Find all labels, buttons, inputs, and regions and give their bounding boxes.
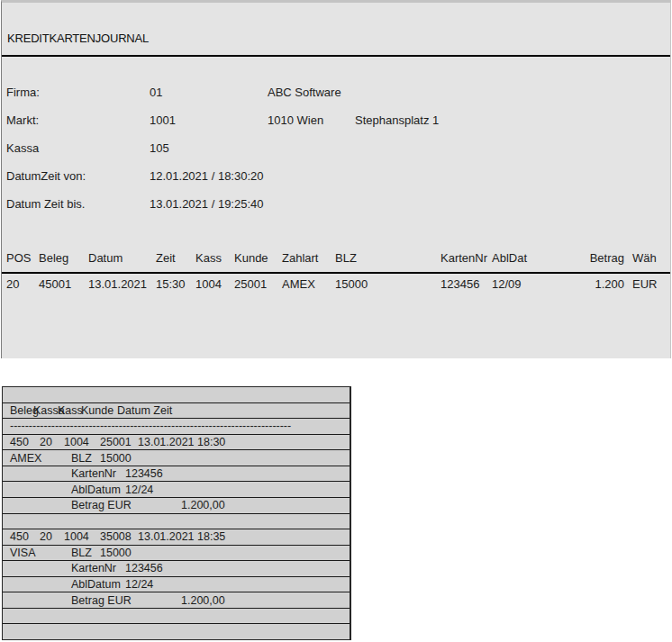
entry-zahlart: VISA xyxy=(10,547,36,559)
journal-col-datumzeit: Datum Zeit xyxy=(117,405,172,417)
entry-kunde: 35008 xyxy=(100,531,132,543)
cell-zahlart: AMEX xyxy=(282,277,315,291)
entry-blz-label: BLZ xyxy=(71,452,92,464)
entry-blz: 15000 xyxy=(100,452,132,464)
field-row-datumzeit-bis: Datum Zeit bis. 13.01.2021 / 19:25:40 xyxy=(2,197,670,212)
entry-datumzeit: 13.01.2021 18:30 xyxy=(138,437,225,448)
journal-entry-1-abldatum: AblDatum 12/24 xyxy=(3,482,350,498)
field-row-firma: Firma: 01 ABC Software xyxy=(2,86,670,100)
cell-blz: 15000 xyxy=(335,277,368,291)
dashed-divider: ----------------------------------------… xyxy=(10,420,291,432)
pos-table-data-row: 20 45001 13.01.2021 15:30 1004 25001 AME… xyxy=(2,277,670,292)
col-header-beleg: Beleg xyxy=(39,251,68,265)
cell-datum: 13.01.2021 xyxy=(88,277,147,291)
journal-row-empty xyxy=(3,609,350,625)
field-value: 13.01.2021 / 19:25:40 xyxy=(150,197,264,211)
entry-kass: 1004 xyxy=(64,437,89,448)
journal-entry-1-zahlart: AMEX BLZ 15000 xyxy=(3,450,350,466)
col-header-pos: POS xyxy=(6,251,31,265)
col-header-datum: Datum xyxy=(88,251,123,265)
field-value-2: ABC Software xyxy=(268,86,341,99)
cell-pos: 20 xyxy=(6,277,19,291)
entry-kartennr-label: KartenNr xyxy=(71,563,116,574)
cell-kartennr: 123456 xyxy=(440,277,479,291)
journal-row-empty xyxy=(3,514,350,530)
entry-abldatum-label: AblDatum xyxy=(71,484,121,495)
entry-kartennr: 123456 xyxy=(125,468,163,480)
field-value: 1001 xyxy=(150,113,176,127)
col-header-zahlart: Zahlart xyxy=(282,251,318,265)
cell-zeit: 15:30 xyxy=(156,277,186,291)
col-header-blz: BLZ xyxy=(335,251,357,265)
journal-entry-1-betrag: Betrag EUR 1.200,00 xyxy=(3,498,350,514)
journal-entry-1-kartennr: KartenNr 123456 xyxy=(3,466,350,483)
cell-betrag: 1.200 xyxy=(549,277,624,291)
field-value: 01 xyxy=(150,86,162,99)
journal-entry-2-zahlart: VISA BLZ 15000 xyxy=(3,546,350,562)
journal-row-empty xyxy=(3,624,350,639)
field-label: DatumZeit von: xyxy=(6,169,86,183)
col-header-kartennr: KartenNr xyxy=(440,251,487,265)
table-header-divider-line xyxy=(2,272,670,274)
field-row-kassa: Kassa 105 xyxy=(2,141,670,156)
entry-betrag: 1.200,00 xyxy=(181,594,225,606)
entry-kunde: 25001 xyxy=(100,437,132,448)
entry-abldatum: 12/24 xyxy=(125,579,153,591)
journal-entry-1-head: 450 20 1004 25001 13.01.2021 18:30 xyxy=(3,435,350,451)
field-value-2: 1010 Wien xyxy=(268,113,323,127)
field-value: 12.01.2021 / 18:30:20 xyxy=(150,169,264,183)
journal-entry-2-head: 450 20 1004 35008 13.01.2021 18:35 xyxy=(3,529,350,546)
journal-col-kunde: Kunde xyxy=(81,405,114,417)
field-label: Kassa xyxy=(6,141,39,155)
entry-kartennr: 123456 xyxy=(125,563,163,574)
field-label: Firma: xyxy=(6,86,40,99)
journal-entry-2-betrag: Betrag EUR 1.200,00 xyxy=(3,592,350,609)
cell-kass: 1004 xyxy=(195,277,222,291)
journal-table: Beleg Kassa Kass Kunde Datum Zeit ------… xyxy=(2,386,351,640)
cell-beleg: 45001 xyxy=(39,277,71,291)
cell-abldat: 12/09 xyxy=(492,277,522,291)
entry-betrag-label: Betrag EUR xyxy=(71,594,132,606)
journal-divider-row: ----------------------------------------… xyxy=(3,419,350,435)
entry-blz-label: BLZ xyxy=(71,547,92,559)
entry-kassa: 20 xyxy=(40,437,52,448)
kreditkartenjournal-panel: KREDITKARTENJOURNAL Firma: 01 ABC Softwa… xyxy=(1,0,671,358)
entry-datumzeit: 13.01.2021 18:35 xyxy=(138,531,225,543)
entry-kartennr-label: KartenNr xyxy=(71,468,116,480)
pos-table-header-row: POS Beleg Datum Zeit Kass Kunde Zahlart … xyxy=(2,251,670,266)
entry-beleg: 450 xyxy=(10,437,29,448)
entry-betrag: 1.200,00 xyxy=(181,500,225,511)
title-divider-line xyxy=(2,55,670,57)
col-header-betrag: Betrag xyxy=(549,251,624,265)
col-header-kunde: Kunde xyxy=(234,251,268,265)
journal-header-row: Beleg Kassa Kass Kunde Datum Zeit xyxy=(3,403,350,420)
field-row-markt: Markt: 1001 1010 Wien Stephansplatz 1 xyxy=(2,113,670,128)
journal-col-kass: Kass xyxy=(58,405,83,417)
field-row-datumzeit-von: DatumZeit von: 12.01.2021 / 18:30:20 xyxy=(2,169,670,184)
report-title: KREDITKARTENJOURNAL xyxy=(7,32,149,45)
journal-entry-2-kartennr: KartenNr 123456 xyxy=(3,561,350,577)
entry-kass: 1004 xyxy=(64,531,89,543)
cell-waeh: EUR xyxy=(632,277,657,291)
entry-kassa: 20 xyxy=(40,531,52,543)
entry-abldatum-label: AblDatum xyxy=(71,579,121,591)
entry-zahlart: AMEX xyxy=(10,452,41,464)
cell-kunde: 25001 xyxy=(234,277,267,291)
journal-row-empty xyxy=(3,387,350,403)
entry-blz: 15000 xyxy=(100,547,132,559)
col-header-zeit: Zeit xyxy=(156,251,176,265)
entry-abldatum: 12/24 xyxy=(125,484,153,495)
col-header-abldat: AblDat xyxy=(492,251,527,265)
field-value-3: Stephansplatz 1 xyxy=(355,113,439,127)
field-label: Markt: xyxy=(6,113,39,127)
field-label: Datum Zeit bis. xyxy=(6,197,85,211)
col-header-kass: Kass xyxy=(195,251,222,265)
entry-betrag-label: Betrag EUR xyxy=(71,500,132,511)
field-value: 105 xyxy=(150,141,169,155)
col-header-waeh: Wäh xyxy=(632,251,657,265)
entry-beleg: 450 xyxy=(10,531,29,543)
journal-entry-2-abldatum: AblDatum 12/24 xyxy=(3,577,350,593)
